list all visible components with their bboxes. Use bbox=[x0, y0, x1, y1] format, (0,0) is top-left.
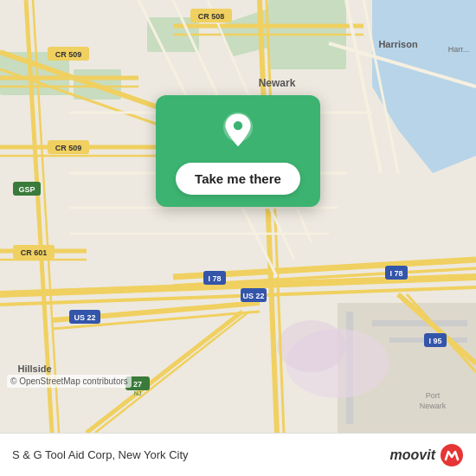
svg-text:CR 509: CR 509 bbox=[55, 144, 82, 152]
svg-text:US 22: US 22 bbox=[242, 292, 264, 300]
svg-rect-8 bbox=[372, 320, 467, 326]
pin-icon bbox=[217, 111, 259, 152]
svg-text:Harrison: Harrison bbox=[378, 39, 418, 49]
svg-text:Port: Port bbox=[426, 391, 441, 400]
svg-point-11 bbox=[277, 320, 346, 372]
svg-text:CR 509: CR 509 bbox=[55, 50, 82, 59]
location-card[interactable]: Take me there bbox=[156, 95, 320, 207]
svg-text:CR 508: CR 508 bbox=[198, 12, 225, 21]
svg-text:Newark: Newark bbox=[420, 402, 447, 410]
copyright-text: © OpenStreetMap contributors bbox=[7, 375, 132, 388]
moovit-text: moovit bbox=[390, 447, 435, 463]
svg-text:I 78: I 78 bbox=[389, 269, 402, 278]
bottom-bar: S & G Tool Aid Corp, New York City moovi… bbox=[0, 433, 476, 476]
location-label: S & G Tool Aid Corp, New York City bbox=[12, 448, 189, 461]
moovit-logo: moovit bbox=[390, 443, 464, 467]
svg-text:I 78: I 78 bbox=[208, 274, 221, 283]
svg-text:I 95: I 95 bbox=[428, 337, 441, 345]
svg-text:27: 27 bbox=[133, 380, 142, 389]
svg-text:US 22: US 22 bbox=[74, 313, 95, 322]
svg-text:Hillside: Hillside bbox=[17, 363, 51, 374]
svg-text:Newark: Newark bbox=[259, 77, 296, 89]
moovit-icon-svg bbox=[440, 443, 464, 467]
svg-point-80 bbox=[234, 121, 242, 130]
svg-text:NJ: NJ bbox=[134, 390, 142, 396]
svg-text:CR 601: CR 601 bbox=[21, 248, 48, 257]
svg-text:GSP: GSP bbox=[18, 185, 35, 194]
map-container: CR 509 CR 508 CR 509 GSP 21 NJ I 78 US 2… bbox=[0, 0, 476, 433]
svg-text:Harr...: Harr... bbox=[448, 45, 470, 54]
take-me-there-button[interactable]: Take me there bbox=[176, 163, 300, 195]
